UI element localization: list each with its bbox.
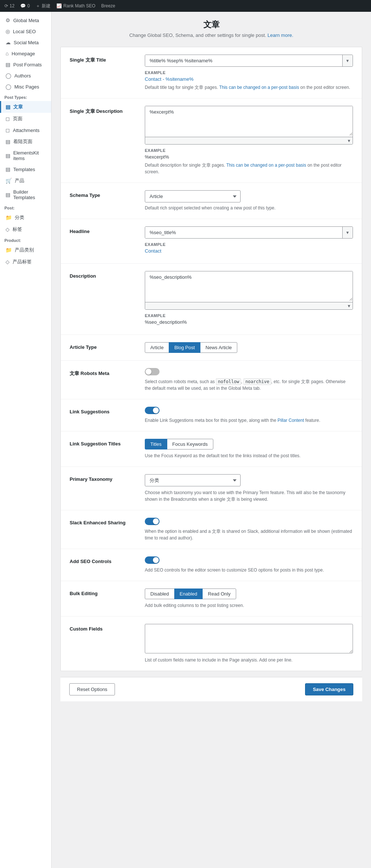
link-suggestions-content: Enable Link Suggestions meta box for thi… (145, 407, 353, 424)
article-type-blog-post-btn[interactable]: Blog Post (169, 342, 200, 353)
sidebar-item-landing-page[interactable]: ▤ 着陆页面 (0, 136, 51, 147)
custom-fields-content: List of custom fields name to include in… (145, 624, 353, 663)
description-label: Description (70, 271, 136, 327)
single-desc-example-label: EXAMPLE (145, 148, 353, 153)
custom-fields-textarea[interactable] (145, 624, 353, 653)
admin-bar-updates[interactable]: ⟳ 12 (4, 3, 14, 8)
primary-taxonomy-row: Primary Taxonomy 分类 Choose which taxonom… (61, 467, 362, 510)
sidebar-item-elementskit[interactable]: ▤ ElementsKit items (0, 147, 51, 164)
pillar-content-link[interactable]: Pillar Content (277, 418, 304, 423)
page-icon: ◻ (6, 116, 10, 122)
sidebar-item-homepage[interactable]: ⌂ Homepage (0, 48, 51, 59)
headline-example-label: EXAMPLE (145, 242, 353, 247)
link-suggestions-help: Enable Link Suggestions meta box for thi… (145, 417, 353, 424)
description-example: %seo_description% (145, 319, 353, 325)
bulk-editing-disabled-btn[interactable]: Disabled (145, 588, 175, 599)
description-example-label: EXAMPLE (145, 313, 353, 318)
learn-more-link[interactable]: Learn more. (267, 32, 293, 38)
single-desc-textarea[interactable]: %excerpt% (145, 106, 353, 136)
schema-type-select[interactable]: Article (145, 190, 241, 202)
bulk-editing-help: Add bulk editing columns to the post lis… (145, 602, 353, 609)
robots-meta-toggle[interactable] (145, 368, 160, 375)
primary-taxonomy-select[interactable]: 分类 (145, 474, 241, 486)
description-textarea-wrapper: %seo_description% ▾ (145, 271, 353, 310)
link-suggestions-label: Link Suggestions (70, 407, 136, 424)
sidebar-item-authors[interactable]: ◯ Authors (0, 70, 51, 81)
admin-bar-rankmath[interactable]: 📈 Rank Math SEO (56, 3, 95, 8)
sidebar-item-templates[interactable]: ▤ Templates (0, 164, 51, 175)
headline-input[interactable] (145, 227, 342, 238)
custom-fields-help: List of custom fields name to include in… (145, 657, 353, 663)
single-title-help-link[interactable]: This can be changed on a per-post basis (219, 85, 299, 90)
single-desc-dropdown-btn[interactable]: ▾ (348, 138, 350, 143)
sidebar-item-local-seo[interactable]: ◎ Local SEO (0, 26, 51, 37)
single-title-dropdown-btn[interactable]: ▾ (342, 55, 353, 66)
bulk-editing-read-only-btn[interactable]: Read Only (202, 588, 236, 599)
article-type-label: Article Type (70, 342, 136, 353)
link-suggestion-focus-btn[interactable]: Focus Keywords (167, 439, 213, 449)
post-types-section-label: Post Types: (0, 92, 51, 101)
description-row: Description %seo_description% ▾ EXAMPLE … (61, 264, 362, 335)
sidebar-item-product-category[interactable]: 📁 产品类别 (0, 244, 51, 256)
page-title: 文章 (60, 19, 362, 30)
sidebar-item-yemian[interactable]: ◻ 页面 (0, 113, 51, 125)
sidebar-item-products[interactable]: 🛒 产品 (0, 175, 51, 187)
link-suggestion-titles-label: Link Suggestion Titles (70, 439, 136, 459)
sidebar-item-social-meta[interactable]: ☁ Social Meta (0, 37, 51, 48)
description-textarea[interactable]: %seo_description% (145, 271, 353, 301)
schema-type-content: Article Default rich snippet selected wh… (145, 190, 353, 211)
save-changes-button[interactable]: Save Changes (305, 683, 353, 695)
link-suggestions-knob (153, 407, 159, 413)
single-desc-example: %excerpt% (145, 154, 353, 160)
page-header: 文章 Change Global SEO, Schema, and other … (60, 19, 362, 38)
sidebar-item-category[interactable]: 📁 分类 (0, 212, 51, 223)
slack-sharing-row: Slack Enhanced Sharing When the option i… (61, 510, 362, 549)
sidebar-item-global-meta[interactable]: ⚙ Global Meta (0, 15, 51, 26)
sidebar-item-attachments[interactable]: ◻ Attachments (0, 125, 51, 136)
sidebar-item-builder-templates[interactable]: ▤ Builder Templates (0, 187, 51, 203)
slack-sharing-toggle[interactable] (145, 518, 160, 525)
link-suggestion-titles-content: Titles Focus Keywords Use the Focus Keyw… (145, 439, 353, 459)
link-suggestion-titles-btn[interactable]: Titles (145, 439, 167, 449)
single-desc-row: Single 文章 Description %excerpt% ▾ EXAMPL… (61, 98, 362, 183)
link-suggestion-titles-btn-group: Titles Focus Keywords (145, 439, 353, 449)
admin-bar-breeze[interactable]: Breeze (101, 3, 115, 8)
article-type-news-article-btn[interactable]: News Article (200, 342, 238, 353)
builder-icon: ▤ (6, 192, 10, 198)
admin-bar-new[interactable]: ＋ 新建 (36, 3, 50, 9)
product-folder-icon: 📁 (6, 247, 12, 253)
landing-icon: ▤ (6, 139, 10, 145)
cart-icon: 🛒 (6, 178, 12, 184)
add-seo-controls-toggle-wrapper (145, 556, 353, 564)
bulk-editing-enabled-btn[interactable]: Enabled (174, 588, 203, 599)
single-desc-dropdown: ▾ (145, 137, 353, 144)
link-suggestion-titles-help: Use the Focus Keyword as the default tex… (145, 452, 353, 459)
bulk-editing-label: Bulk Editing (70, 588, 136, 609)
single-desc-textarea-wrapper: %excerpt% ▾ (145, 106, 353, 145)
headline-example: Contact (145, 248, 353, 254)
single-desc-help-link[interactable]: This can be changed on a per-post basis (226, 163, 306, 168)
slack-sharing-toggle-wrapper (145, 518, 353, 525)
headline-dropdown-btn[interactable]: ▾ (342, 227, 353, 238)
single-title-example: Contact - %sitename% (145, 76, 353, 82)
add-seo-controls-toggle[interactable] (145, 556, 160, 564)
tag-icon: ◇ (6, 226, 10, 232)
single-title-content: ▾ EXAMPLE Contact - %sitename% Default t… (145, 55, 353, 91)
single-desc-content: %excerpt% ▾ EXAMPLE %excerpt% Default de… (145, 106, 353, 175)
link-suggestions-toggle[interactable] (145, 407, 160, 414)
primary-taxonomy-help: Choose which taxonomy you want to use wi… (145, 489, 353, 503)
add-seo-controls-label: Add SEO Controls (70, 556, 136, 573)
single-title-input[interactable] (145, 55, 342, 66)
location-icon: ◎ (6, 28, 10, 34)
page-description: Change Global SEO, Schema, and other set… (60, 32, 362, 38)
sidebar-item-misc-pages[interactable]: ◯ Misc Pages (0, 81, 51, 92)
reset-options-button[interactable]: Reset Options (69, 683, 115, 695)
article-type-article-btn[interactable]: Article (145, 342, 169, 353)
sidebar-item-wenzhang[interactable]: ▤ 文章 (0, 101, 51, 113)
sidebar-item-tags[interactable]: ◇ 标签 (0, 223, 51, 235)
description-dropdown-btn[interactable]: ▾ (348, 303, 350, 309)
format-icon: ▤ (6, 62, 10, 67)
admin-bar-comments[interactable]: 💬 0 (20, 3, 30, 8)
sidebar-item-product-tags[interactable]: ◇ 产品标签 (0, 256, 51, 268)
sidebar-item-post-formats[interactable]: ▤ Post Formats (0, 59, 51, 70)
